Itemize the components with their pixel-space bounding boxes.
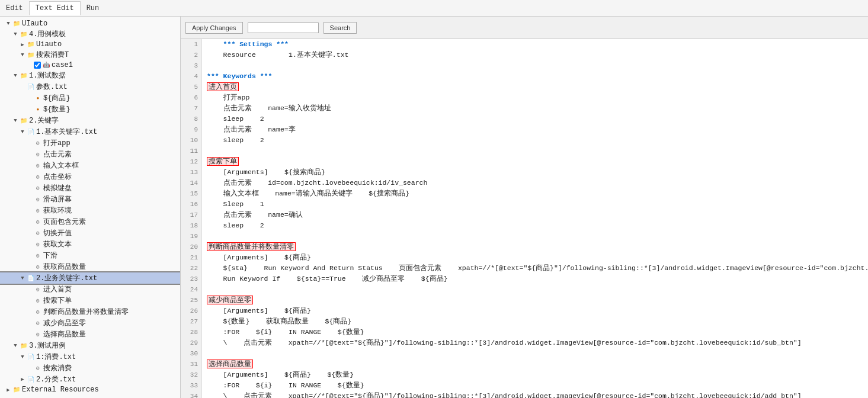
code-line-1: *** Settings *** [207, 39, 868, 50]
line-number-2: 2 [181, 50, 201, 60]
tree-item-case1[interactable]: 🤖case1 [0, 60, 180, 70]
tree-item-kw-input[interactable]: ⚙输入文本框 [0, 160, 180, 171]
tree-item-kw-click[interactable]: ⚙点击元素 [0, 149, 180, 160]
tree-label: 页面包含元素 [43, 217, 86, 227]
tree-item-1-basic-kw[interactable]: ▼📄1.基本关键字.txt [0, 126, 180, 137]
file-icon: 📄 [27, 83, 35, 91]
tree-item-kw-reduce[interactable]: ⚙减少商品至零 [0, 317, 180, 329]
tree-item-kw-search[interactable]: ⚙搜索下单 [0, 295, 180, 306]
tree-item-kw-select[interactable]: ⚙选择商品数量 [0, 329, 180, 340]
line-number-4: 4 [181, 71, 201, 82]
line-number-17: 17 [181, 210, 201, 220]
tree-item-2-keywords[interactable]: ▼📁2.关键字 [0, 115, 180, 126]
keyword-icon: ⚙ [34, 330, 42, 339]
code-line-26: [Arguments] ${商品} [207, 306, 868, 316]
menu-run[interactable]: Run [81, 2, 105, 15]
tree-item-1-consume[interactable]: ▼📄1:消费.txt [0, 351, 180, 362]
expand-icon: ▼ [19, 275, 26, 282]
tree-item-kw-fetch-count[interactable]: ⚙获取商品数量 [0, 261, 180, 272]
keyword-icon: ⚙ [34, 240, 42, 249]
keyword-icon: ⚙ [34, 184, 42, 192]
code-content[interactable]: *** Settings *** Resource 1.基本关键字.txt***… [202, 39, 868, 398]
tree-item-kw-env[interactable]: ⚙获取环境 [0, 205, 180, 216]
tree-item-3-test[interactable]: ▼📁3.测试用例 [0, 340, 180, 351]
line-numbers: 1234567891011121314151617181920212223242… [181, 39, 202, 398]
box-label: 判断商品数量并将数量清零 [207, 242, 296, 251]
line-number-27: 27 [181, 316, 201, 327]
line-number-24: 24 [181, 284, 201, 295]
tree-item-goods-var[interactable]: ●${商品} [0, 92, 180, 104]
file-icon: 📄 [27, 128, 35, 136]
tree-item-params[interactable]: 📄参数.txt [0, 81, 180, 92]
tree-item-1-test[interactable]: ▼📁1.测试数据 [0, 70, 180, 81]
tree-item-kw-fetch[interactable]: ⚙获取文本 [0, 239, 180, 250]
tree-item-kw-scroll[interactable]: ⚙滑动屏幕 [0, 194, 180, 205]
folder-icon: 📁 [20, 342, 28, 350]
line-number-3: 3 [181, 60, 201, 71]
tree-item-2-business-kw[interactable]: ▼📄2.业务关键字.txt [0, 272, 180, 284]
code-line-20: 判断商品数量并将数量清零 [207, 242, 868, 252]
line-number-6: 6 [181, 92, 201, 103]
code-line-18: sleep 2 [207, 220, 868, 231]
line-number-32: 32 [181, 370, 201, 380]
tree-item-uiauto-sub[interactable]: ▶📁Uiauto [0, 40, 180, 49]
tree-label: 3.测试用例 [29, 341, 66, 351]
tree-item-kw-homepage[interactable]: ⚙进入首页 [0, 284, 180, 295]
keyword-icon: ⚙ [34, 150, 42, 159]
line-number-30: 30 [181, 348, 201, 359]
keyword-icon: ⚙ [34, 285, 42, 294]
search-input[interactable] [248, 23, 319, 33]
tree-item-kw-judge[interactable]: ⚙判断商品数量并将数量清零 [0, 306, 180, 317]
folder-icon: 📁 [20, 117, 28, 125]
tree-item-kw-keyboard[interactable]: ⚙模拟键盘 [0, 182, 180, 194]
tree-item-kw-down[interactable]: ⚙下滑 [0, 250, 180, 261]
line-number-12: 12 [181, 156, 201, 167]
tree-label: UIauto [22, 20, 47, 28]
line-number-28: 28 [181, 327, 201, 338]
tree-label: 滑动屏幕 [43, 194, 72, 204]
tree-item-kw-switch[interactable]: ⚙切换开值 [0, 227, 180, 239]
spacer [26, 106, 33, 113]
line-number-19: 19 [181, 231, 201, 242]
tree-item-uiauto-root[interactable]: ▼📁UIauto [0, 19, 180, 28]
code-line-30 [207, 348, 868, 359]
code-line-31: 选择商品数量 [207, 359, 868, 370]
code-line-14: 点击元素 id=com.bjzcht.lovebeequick:id/iv_se… [207, 178, 868, 188]
checkbox[interactable] [34, 62, 41, 69]
code-editor[interactable]: 1234567891011121314151617181920212223242… [181, 39, 868, 398]
code-line-25: 减少商品至零 [207, 295, 868, 306]
main-container: ▼📁UIauto▼📁4.用例模板▶📁Uiauto▼📁搜索消费T 🤖case1▼📁… [0, 17, 868, 398]
menu-edit[interactable]: Edit [0, 2, 29, 15]
code-line-21: [Arguments] ${商品} [207, 252, 868, 263]
tree-item-kw-coord[interactable]: ⚙点击坐标 [0, 171, 180, 182]
apply-changes-button[interactable]: Apply Changes [185, 22, 243, 34]
line-number-31: 31 [181, 359, 201, 370]
tree-label: 1.基本关键字.txt [36, 127, 97, 137]
line-number-23: 23 [181, 274, 201, 284]
tree-item-search-folder[interactable]: ▼📁搜索消费T [0, 49, 180, 60]
line-number-33: 33 [181, 380, 201, 391]
editor-toolbar: Apply Changes Search [181, 17, 868, 39]
external-resources[interactable]: ▶ 📁 External Resources [0, 385, 180, 394]
spacer [26, 162, 33, 169]
tree-item-kw-page[interactable]: ⚙页面包含元素 [0, 216, 180, 227]
code-line-34: \ 点击元素 xpath=//*[@text="${商品}"]/followin… [207, 391, 868, 398]
tree-item-4-folder[interactable]: ▼📁4.用例模板 [0, 28, 180, 40]
menu-textedit[interactable]: Text Edit [29, 1, 81, 15]
spacer [26, 185, 33, 192]
tree-item-2-points[interactable]: ▶📄2.分类.txt [0, 374, 180, 385]
code-line-4: *** Keywords *** [207, 71, 868, 82]
spacer [26, 297, 33, 304]
expand-icon: ▶ [19, 376, 26, 383]
tree-label: 选择商品数量 [43, 329, 86, 339]
search-button[interactable]: Search [324, 22, 357, 34]
folder-icon: 📁 [20, 30, 28, 38]
tree-item-count-var[interactable]: ●${数量} [0, 104, 180, 115]
tree-label: 参数.txt [36, 82, 68, 92]
keyword-icon: ⚙ [34, 162, 42, 170]
file-icon: 📄 [27, 274, 35, 283]
code-line-2: Resource 1.基本关键字.txt [207, 50, 868, 60]
tree-item-kw-search-consume[interactable]: ⚙搜索消费 [0, 362, 180, 374]
line-number-8: 8 [181, 114, 201, 124]
tree-item-kw-open-app[interactable]: ⚙打开app [0, 137, 180, 149]
